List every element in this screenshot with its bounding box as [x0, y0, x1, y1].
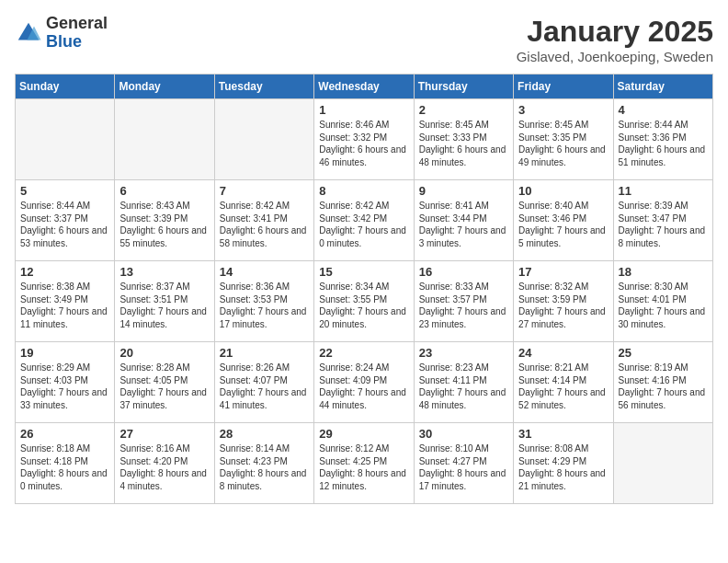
- day-number: 10: [518, 184, 608, 198]
- day-number: 2: [419, 103, 508, 117]
- day-number: 1: [319, 103, 408, 117]
- calendar-cell: 11Sunrise: 8:39 AMSunset: 3:47 PMDayligh…: [613, 180, 712, 261]
- cell-content: Sunrise: 8:45 AMSunset: 3:33 PMDaylight:…: [419, 119, 508, 168]
- calendar-cell: 4Sunrise: 8:44 AMSunset: 3:36 PMDaylight…: [613, 99, 712, 180]
- logo-general-text: General: [46, 15, 108, 33]
- cell-content: Sunrise: 8:30 AMSunset: 4:01 PMDaylight:…: [619, 281, 708, 330]
- logo-icon: [15, 19, 42, 47]
- logo: General Blue: [15, 15, 108, 52]
- day-number: 27: [119, 427, 209, 441]
- calendar-cell: 14Sunrise: 8:36 AMSunset: 3:53 PMDayligh…: [214, 261, 313, 342]
- cell-content: Sunrise: 8:23 AMSunset: 4:11 PMDaylight:…: [419, 362, 508, 411]
- day-number: 15: [319, 265, 408, 279]
- weekday-header-thursday: Thursday: [414, 75, 513, 99]
- day-number: 14: [220, 265, 309, 279]
- calendar-cell: 30Sunrise: 8:10 AMSunset: 4:27 PMDayligh…: [414, 423, 513, 504]
- calendar-cell: 19Sunrise: 8:29 AMSunset: 4:03 PMDayligh…: [16, 342, 115, 423]
- calendar-cell: [16, 99, 115, 180]
- cell-content: Sunrise: 8:18 AMSunset: 4:18 PMDaylight:…: [20, 442, 109, 492]
- calendar-cell: 10Sunrise: 8:40 AMSunset: 3:46 PMDayligh…: [514, 180, 613, 261]
- month-title: January 2025: [517, 15, 713, 49]
- weekday-header-friday: Friday: [514, 75, 613, 99]
- cell-content: Sunrise: 8:14 AMSunset: 4:23 PMDaylight:…: [220, 442, 309, 492]
- calendar-cell: 6Sunrise: 8:43 AMSunset: 3:39 PMDaylight…: [115, 180, 214, 261]
- cell-content: Sunrise: 8:28 AMSunset: 4:05 PMDaylight:…: [119, 362, 209, 411]
- calendar-cell: 1Sunrise: 8:46 AMSunset: 3:32 PMDaylight…: [314, 99, 414, 180]
- cell-content: Sunrise: 8:29 AMSunset: 4:03 PMDaylight:…: [20, 362, 109, 411]
- day-number: 28: [220, 427, 309, 441]
- calendar-cell: 9Sunrise: 8:41 AMSunset: 3:44 PMDaylight…: [414, 180, 513, 261]
- day-number: 4: [619, 103, 708, 117]
- day-number: 29: [319, 427, 408, 441]
- day-number: 7: [220, 184, 309, 198]
- calendar-cell: [115, 99, 214, 180]
- cell-content: Sunrise: 8:42 AMSunset: 3:41 PMDaylight:…: [220, 200, 309, 249]
- calendar-cell: 25Sunrise: 8:19 AMSunset: 4:16 PMDayligh…: [613, 342, 712, 423]
- cell-content: Sunrise: 8:19 AMSunset: 4:16 PMDaylight:…: [619, 362, 708, 411]
- cell-content: Sunrise: 8:10 AMSunset: 4:27 PMDaylight:…: [419, 442, 508, 492]
- day-number: 18: [619, 265, 708, 279]
- week-row-2: 12Sunrise: 8:38 AMSunset: 3:49 PMDayligh…: [16, 261, 713, 342]
- calendar-cell: [613, 423, 712, 504]
- calendar-cell: 17Sunrise: 8:32 AMSunset: 3:59 PMDayligh…: [514, 261, 613, 342]
- cell-content: Sunrise: 8:44 AMSunset: 3:37 PMDaylight:…: [20, 200, 109, 249]
- day-number: 11: [619, 184, 708, 198]
- day-number: 31: [518, 427, 608, 441]
- day-number: 6: [119, 184, 209, 198]
- calendar-table: SundayMondayTuesdayWednesdayThursdayFrid…: [15, 74, 713, 504]
- cell-content: Sunrise: 8:12 AMSunset: 4:25 PMDaylight:…: [319, 442, 408, 492]
- cell-content: Sunrise: 8:43 AMSunset: 3:39 PMDaylight:…: [119, 200, 209, 249]
- day-number: 9: [419, 184, 508, 198]
- day-number: 23: [419, 346, 508, 360]
- title-area: January 2025 Gislaved, Joenkoeping, Swed…: [517, 15, 713, 64]
- cell-content: Sunrise: 8:45 AMSunset: 3:35 PMDaylight:…: [518, 119, 608, 168]
- calendar-cell: 8Sunrise: 8:42 AMSunset: 3:42 PMDaylight…: [314, 180, 414, 261]
- day-number: 17: [518, 265, 608, 279]
- day-number: 12: [20, 265, 109, 279]
- cell-content: Sunrise: 8:44 AMSunset: 3:36 PMDaylight:…: [619, 119, 708, 168]
- week-row-3: 19Sunrise: 8:29 AMSunset: 4:03 PMDayligh…: [16, 342, 713, 423]
- calendar-cell: 29Sunrise: 8:12 AMSunset: 4:25 PMDayligh…: [314, 423, 414, 504]
- cell-content: Sunrise: 8:33 AMSunset: 3:57 PMDaylight:…: [419, 281, 508, 330]
- location: Gislaved, Joenkoeping, Sweden: [517, 49, 713, 64]
- cell-content: Sunrise: 8:41 AMSunset: 3:44 PMDaylight:…: [419, 200, 508, 249]
- day-number: 5: [20, 184, 109, 198]
- cell-content: Sunrise: 8:32 AMSunset: 3:59 PMDaylight:…: [518, 281, 608, 330]
- day-number: 20: [119, 346, 209, 360]
- cell-content: Sunrise: 8:40 AMSunset: 3:46 PMDaylight:…: [518, 200, 608, 249]
- weekday-header-sunday: Sunday: [16, 75, 115, 99]
- calendar-cell: 13Sunrise: 8:37 AMSunset: 3:51 PMDayligh…: [115, 261, 214, 342]
- cell-content: Sunrise: 8:38 AMSunset: 3:49 PMDaylight:…: [20, 281, 109, 330]
- cell-content: Sunrise: 8:16 AMSunset: 4:20 PMDaylight:…: [119, 442, 209, 492]
- cell-content: Sunrise: 8:26 AMSunset: 4:07 PMDaylight:…: [220, 362, 309, 411]
- page-header: General Blue January 2025 Gislaved, Joen…: [15, 15, 713, 64]
- calendar-cell: 21Sunrise: 8:26 AMSunset: 4:07 PMDayligh…: [214, 342, 313, 423]
- calendar-cell: 28Sunrise: 8:14 AMSunset: 4:23 PMDayligh…: [214, 423, 313, 504]
- weekday-header-saturday: Saturday: [613, 75, 712, 99]
- calendar-cell: 3Sunrise: 8:45 AMSunset: 3:35 PMDaylight…: [514, 99, 613, 180]
- calendar-cell: 26Sunrise: 8:18 AMSunset: 4:18 PMDayligh…: [16, 423, 115, 504]
- day-number: 24: [518, 346, 608, 360]
- day-number: 30: [419, 427, 508, 441]
- cell-content: Sunrise: 8:34 AMSunset: 3:55 PMDaylight:…: [319, 281, 408, 330]
- week-row-1: 5Sunrise: 8:44 AMSunset: 3:37 PMDaylight…: [16, 180, 713, 261]
- cell-content: Sunrise: 8:37 AMSunset: 3:51 PMDaylight:…: [119, 281, 209, 330]
- calendar-cell: 12Sunrise: 8:38 AMSunset: 3:49 PMDayligh…: [16, 261, 115, 342]
- weekday-header-tuesday: Tuesday: [214, 75, 313, 99]
- calendar-cell: 15Sunrise: 8:34 AMSunset: 3:55 PMDayligh…: [314, 261, 414, 342]
- day-number: 26: [20, 427, 109, 441]
- cell-content: Sunrise: 8:21 AMSunset: 4:14 PMDaylight:…: [518, 362, 608, 411]
- cell-content: Sunrise: 8:36 AMSunset: 3:53 PMDaylight:…: [220, 281, 309, 330]
- cell-content: Sunrise: 8:46 AMSunset: 3:32 PMDaylight:…: [319, 119, 408, 168]
- calendar-cell: 31Sunrise: 8:08 AMSunset: 4:29 PMDayligh…: [514, 423, 613, 504]
- calendar-cell: 18Sunrise: 8:30 AMSunset: 4:01 PMDayligh…: [613, 261, 712, 342]
- cell-content: Sunrise: 8:24 AMSunset: 4:09 PMDaylight:…: [319, 362, 408, 411]
- week-row-4: 26Sunrise: 8:18 AMSunset: 4:18 PMDayligh…: [16, 423, 713, 504]
- week-row-0: 1Sunrise: 8:46 AMSunset: 3:32 PMDaylight…: [16, 99, 713, 180]
- calendar-cell: 27Sunrise: 8:16 AMSunset: 4:20 PMDayligh…: [115, 423, 214, 504]
- calendar-cell: 20Sunrise: 8:28 AMSunset: 4:05 PMDayligh…: [115, 342, 214, 423]
- day-number: 21: [220, 346, 309, 360]
- weekday-header-wednesday: Wednesday: [314, 75, 414, 99]
- day-number: 16: [419, 265, 508, 279]
- weekday-header-monday: Monday: [115, 75, 214, 99]
